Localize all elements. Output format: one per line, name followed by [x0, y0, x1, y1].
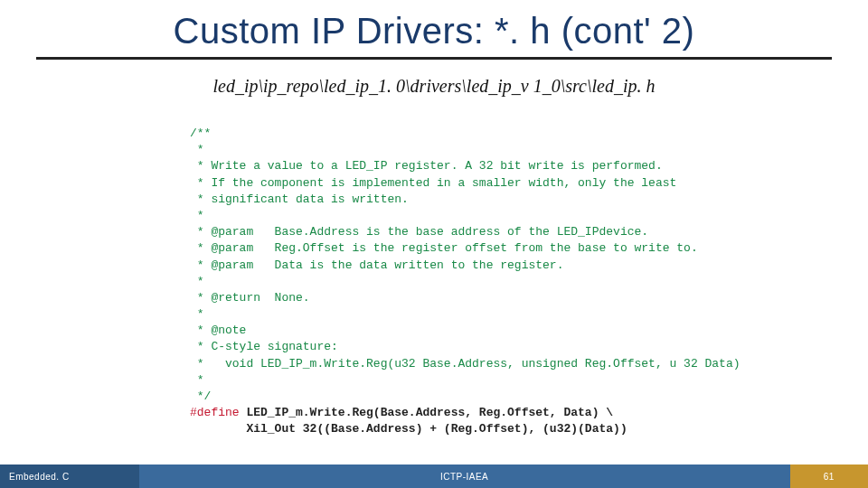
- code-line: * @param Base.Address is the base addres…: [190, 225, 648, 239]
- code-line: *: [190, 275, 204, 288]
- code-keyword: #define: [190, 406, 240, 419]
- code-line: * @param Data is the data written to the…: [190, 258, 563, 272]
- footer-right: 61: [790, 465, 868, 488]
- file-path: led_ip\ip_repo\led_ip_1. 0\drivers\led_i…: [0, 76, 868, 97]
- code-line: * @return None.: [190, 291, 310, 305]
- slide-title: Custom IP Drivers: *. h (cont' 2): [0, 0, 868, 52]
- code-line: Xil_Out 32((Base.Address) + (Reg.Offset)…: [190, 422, 627, 436]
- code-line: * significant data is written.: [190, 192, 409, 206]
- title-divider: [36, 57, 832, 60]
- code-line: * void LED_IP_m.Write.Reg(u32 Base.Addre…: [190, 357, 741, 371]
- slide-footer: Embedded. C ICTP-IAEA 61: [0, 465, 868, 488]
- code-line: * Write a value to a LED_IP register. A …: [190, 159, 663, 173]
- code-line: *: [190, 307, 204, 321]
- code-line: * If the component is implemented in a s…: [190, 176, 676, 190]
- page-number: 61: [824, 472, 835, 482]
- code-block: /** * * Write a value to a LED_IP regist…: [190, 126, 868, 438]
- code-line: LED_IP_m.Write.Reg(Base.Address, Reg.Off…: [240, 406, 613, 419]
- code-line: * @param Reg.Offset is the register offs…: [190, 241, 698, 255]
- code-line: *: [190, 209, 204, 222]
- code-line: *: [190, 373, 204, 387]
- code-line: /**: [190, 127, 211, 140]
- code-line: *: [190, 143, 204, 156]
- code-line: * @note: [190, 324, 246, 337]
- footer-left: Embedded. C: [0, 465, 139, 488]
- code-line: */: [190, 389, 211, 403]
- footer-center-text: ICTP-IAEA: [440, 472, 488, 482]
- footer-center: ICTP-IAEA: [139, 465, 790, 488]
- code-line: * C-style signature:: [190, 340, 338, 353]
- footer-left-text: Embedded. C: [0, 472, 70, 482]
